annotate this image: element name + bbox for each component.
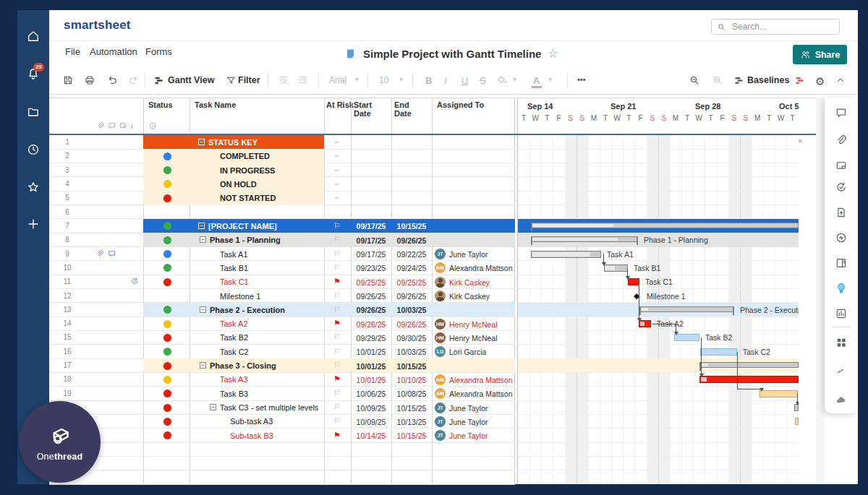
row-number[interactable]: 13 (49, 306, 85, 314)
row-number[interactable]: 6 (49, 208, 85, 216)
at-risk-flag-icon[interactable]: ⚑ (333, 431, 341, 440)
collapse-toggle[interactable]: − (210, 404, 216, 410)
header-comment-icon[interactable] (108, 121, 116, 130)
row-number[interactable]: 1 (49, 138, 85, 146)
gantt-task-bar[interactable] (699, 376, 799, 383)
start-date-cell[interactable]: 09/25/25 (351, 278, 391, 287)
favorite-star-icon[interactable]: ☆ (548, 48, 558, 59)
status-dot-blue[interactable] (163, 250, 171, 258)
status-dot-blue[interactable] (163, 152, 171, 160)
assigned-to-cell[interactable]: Alexandra Mattson (449, 264, 513, 272)
share-button[interactable]: Share (793, 45, 847, 64)
start-date-cell[interactable]: 09/26/25 (351, 306, 391, 314)
task-name-cell[interactable]: STATUS KEY (208, 138, 258, 147)
panel-cloud-icon[interactable] (835, 394, 848, 407)
dropdown-caret-icon[interactable]: ▾ (355, 75, 359, 83)
at-risk-flag-icon[interactable]: ⚑ (333, 277, 341, 286)
task-name-cell[interactable]: Sub-task B3 (230, 431, 273, 440)
settings-gear-icon[interactable]: ⚙ (815, 75, 825, 88)
gantt-summary-bar[interactable] (639, 306, 734, 312)
end-date-cell[interactable]: 10/13/25 (391, 418, 432, 426)
gantt-task-bar[interactable] (604, 264, 628, 272)
menu-automation[interactable]: Automation (90, 46, 137, 57)
gantt-close-icon[interactable]: × (798, 137, 802, 145)
collapse-toggle[interactable]: − (200, 236, 206, 243)
end-date-cell[interactable]: 09/26/25 (391, 292, 432, 301)
assigned-to-cell[interactable]: Kirk Caskey (449, 278, 490, 287)
panel-proofs-icon[interactable] (835, 159, 848, 172)
start-date-cell[interactable]: 09/17/25 (351, 222, 391, 231)
collapse-toggle[interactable]: − (200, 306, 206, 313)
task-name-cell[interactable]: Task C2 (220, 348, 249, 356)
search-box[interactable] (711, 19, 840, 35)
start-date-cell[interactable]: 10/01/25 (351, 362, 391, 371)
panel-apps-icon[interactable] (835, 336, 848, 349)
rail-folders-icon[interactable] (26, 105, 41, 119)
text-color-button[interactable]: A (533, 75, 540, 86)
end-date-cell[interactable]: 10/10/25 (391, 376, 432, 384)
row-number[interactable]: 4 (49, 180, 85, 188)
status-dot-yellow[interactable] (163, 376, 171, 384)
task-name-cell[interactable]: ON HOLD (220, 180, 257, 189)
at-risk-flag-placeholder[interactable] (335, 155, 339, 157)
gantt-summary-bar[interactable] (531, 223, 799, 228)
panel-activity-icon[interactable] (835, 231, 848, 244)
assigned-to-cell[interactable]: June Taylor (449, 404, 488, 413)
panel-summary-icon[interactable] (835, 257, 848, 270)
task-name-cell[interactable]: [PROJECT NAME] (208, 222, 277, 231)
baselines-button[interactable]: Baselines (747, 75, 789, 85)
status-dot-yellow[interactable] (163, 320, 171, 328)
start-date-cell[interactable]: 09/17/25 (351, 250, 391, 259)
at-risk-flag-icon[interactable]: ⚐ (333, 389, 341, 398)
assigned-to-cell[interactable]: June Taylor (449, 418, 488, 426)
start-date-cell[interactable]: 10/06/25 (351, 389, 391, 398)
dropdown-caret-icon[interactable]: ▾ (399, 75, 403, 83)
task-name-cell[interactable]: Phase 3 - Closing (210, 361, 276, 370)
status-dot-red[interactable] (163, 334, 171, 342)
baselines-icon[interactable] (733, 75, 744, 86)
at-risk-flag-icon[interactable]: ⚐ (333, 347, 341, 356)
row-number[interactable]: 8 (49, 236, 85, 244)
row-number[interactable]: 12 (49, 292, 85, 300)
row-number[interactable]: 2 (49, 152, 85, 160)
gantt-task-bar[interactable] (700, 348, 737, 356)
at-risk-flag-icon[interactable]: ⚐ (333, 291, 341, 301)
start-date-cell[interactable]: 09/26/25 (351, 320, 391, 329)
start-date-cell[interactable]: 10/09/25 (351, 404, 391, 413)
rail-recents-icon[interactable] (26, 142, 41, 157)
gantt-summary-bar[interactable] (531, 236, 638, 242)
more-options-button[interactable]: ••• (577, 75, 586, 84)
strikethrough-button[interactable]: S (480, 75, 486, 86)
task-name-cell[interactable]: IN PROGRESS (220, 166, 275, 175)
assigned-to-cell[interactable]: Alexandra Mattson (449, 389, 513, 398)
end-date-cell[interactable]: 09/22/25 (391, 250, 432, 259)
collapse-toggle[interactable]: − (200, 362, 206, 369)
at-risk-flag-icon[interactable]: ⚐ (333, 416, 341, 426)
task-name-cell[interactable]: Task B1 (220, 264, 248, 272)
header-attachment-icon[interactable] (96, 121, 105, 130)
column-header-start-date[interactable]: Start Date (354, 100, 378, 118)
gantt-view-icon[interactable] (153, 75, 164, 86)
at-risk-flag-placeholder[interactable] (335, 184, 339, 185)
outdent-button[interactable] (278, 74, 289, 86)
critical-path-icon[interactable] (794, 75, 805, 86)
panel-paperclip-icon[interactable] (835, 134, 848, 147)
row-number[interactable]: 17 (49, 361, 85, 369)
start-date-cell[interactable]: 09/29/25 (351, 334, 391, 343)
gantt-summary-bar[interactable] (699, 362, 799, 368)
task-name-cell[interactable]: COMPLETED (220, 152, 270, 160)
column-header-assigned-to[interactable]: Assigned To (437, 100, 484, 109)
start-date-cell[interactable]: 10/09/25 (351, 418, 391, 426)
italic-button[interactable]: I (444, 75, 447, 86)
status-dot-red[interactable] (163, 278, 171, 286)
start-date-cell[interactable]: 10/01/25 (351, 376, 391, 384)
underline-button[interactable]: U (461, 75, 468, 86)
panel-send-icon[interactable] (835, 365, 848, 378)
task-name-cell[interactable]: Task B3 (220, 389, 248, 398)
bold-button[interactable]: B (425, 75, 432, 86)
end-date-cell[interactable]: 10/08/25 (391, 389, 432, 398)
at-risk-flag-placeholder[interactable] (335, 197, 339, 199)
panel-charts-icon[interactable] (835, 307, 848, 320)
start-date-cell[interactable]: 09/26/25 (351, 292, 391, 301)
at-risk-flag-icon[interactable]: ⚑ (333, 319, 341, 328)
